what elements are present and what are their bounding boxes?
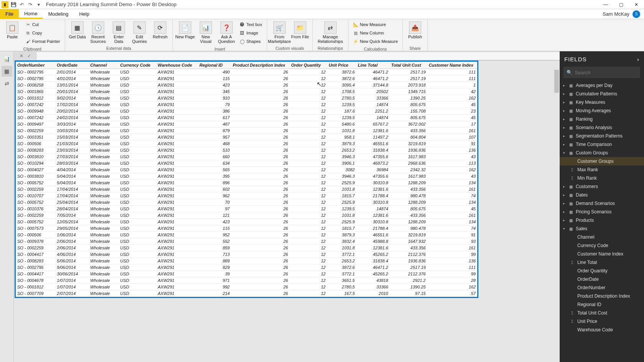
table-cell[interactable]: 12 [290, 88, 327, 95]
table-cell[interactable]: 3906.1 [327, 160, 356, 167]
table-row[interactable]: SO - 00022592/06/2014WholesaleUSDAXW2918… [16, 245, 477, 251]
table-cell[interactable]: 12 [290, 199, 327, 206]
new-page-button[interactable]: 📄New Page [175, 21, 195, 44]
table-cell[interactable]: AXW291 [156, 128, 198, 134]
table-cell[interactable]: 162 [427, 284, 477, 290]
table-cell[interactable]: 17/04/2014 [55, 193, 89, 199]
table-cell[interactable]: 3879.3 [327, 232, 356, 238]
fields-table[interactable]: ▸▦Time Comparison [560, 140, 644, 149]
table-cell[interactable]: 12 [290, 251, 327, 258]
table-cell[interactable]: Wholesale [89, 277, 118, 284]
copy-button[interactable]: ⧉Copy [23, 29, 62, 37]
table-cell[interactable]: 45 [427, 115, 477, 121]
table-cell[interactable]: 28/04/2014 [55, 206, 89, 212]
table-cell[interactable]: USD [119, 225, 156, 232]
table-cell[interactable]: AXW291 [156, 121, 198, 128]
fields-field[interactable]: Channel [560, 233, 644, 241]
table-cell[interactable]: 107 [427, 134, 477, 141]
table-cell[interactable]: USD [119, 115, 156, 121]
table-cell[interactable]: Wholesale [89, 147, 118, 154]
new-visual-button[interactable]: 📊New Visual [196, 21, 216, 44]
table-cell[interactable]: 12 [290, 82, 327, 88]
table-cell[interactable]: 12 [290, 154, 327, 160]
column-header[interactable]: Regional ID [198, 62, 231, 69]
table-cell[interactable]: 26 [231, 160, 289, 167]
table-cell[interactable]: AXW291 [156, 206, 198, 212]
table-cell[interactable]: 161 [427, 212, 477, 219]
table-row[interactable]: SO - 000441730/06/2014WholesaleUSDAXW291… [16, 271, 477, 277]
table-cell[interactable]: 3/03/2014 [55, 121, 89, 128]
table-cell[interactable]: 17/04/2014 [55, 186, 89, 193]
new-column-button[interactable]: ▥New Column [351, 29, 400, 37]
table-row[interactable]: SO - 000225910/03/2014WholesaleUSDAXW291… [16, 128, 477, 134]
table-cell[interactable]: SO - 0003810 [16, 154, 55, 160]
table-cell[interactable]: 26 [231, 108, 289, 115]
chevron-right-icon[interactable]: › [637, 56, 639, 62]
table-cell[interactable]: 121 [198, 212, 231, 219]
table-cell[interactable]: USD [119, 284, 156, 290]
table-cell[interactable]: Wholesale [89, 134, 118, 141]
tab-home[interactable]: Home [19, 9, 43, 19]
table-cell[interactable]: 2112.376 [390, 271, 427, 277]
table-cell[interactable]: USD [119, 277, 156, 284]
table-cell[interactable]: SO - 0002259 [16, 212, 55, 219]
table-cell[interactable]: 2/06/2014 [55, 245, 89, 251]
data-view-button[interactable]: ▦ [2, 66, 12, 77]
table-cell[interactable]: 134 [427, 199, 477, 206]
table-cell[interactable]: 2968.636 [390, 160, 427, 167]
table-cell[interactable]: 46551.6 [356, 141, 390, 147]
table-cell[interactable]: 1 [427, 82, 477, 88]
table-cell[interactable]: 423 [198, 219, 231, 225]
table-cell[interactable]: SO - 0005752 [16, 219, 55, 225]
table-cell[interactable]: 26 [231, 102, 289, 108]
table-cell[interactable]: Wholesale [89, 82, 118, 88]
table-row[interactable]: SO - 00027952/01/2014WholesaleUSDAXW2914… [16, 69, 477, 75]
table-cell[interactable]: SO - 0004417 [16, 251, 55, 258]
table-cell[interactable]: 26 [231, 167, 289, 173]
table-cell[interactable]: AXW291 [156, 277, 198, 284]
table-cell[interactable]: 1288.209 [390, 219, 427, 225]
table-cell[interactable]: USD [119, 102, 156, 108]
cut-button[interactable]: ✂Cut [23, 21, 62, 28]
table-row[interactable]: SO - 000575225/04/2014WholesaleUSDAXW291… [16, 199, 477, 206]
table-cell[interactable]: SO - 0010376 [16, 206, 55, 212]
table-cell[interactable]: 21788.4 [356, 225, 390, 232]
table-cell[interactable]: 12 [290, 69, 327, 75]
column-header[interactable]: OrderDate [55, 62, 89, 69]
fields-table[interactable]: ▾▦Custom Groups [560, 149, 644, 157]
table-row[interactable]: SO - 000575212/05/2014WholesaleUSDAXW291… [16, 219, 477, 225]
table-cell[interactable]: 47355.6 [356, 154, 390, 160]
table-cell[interactable]: 30/06/2014 [55, 271, 89, 277]
table-cell[interactable]: 565 [198, 167, 231, 173]
table-row[interactable]: SO - 00027954/01/2014WholesaleUSDAXW2911… [16, 75, 477, 82]
table-cell[interactable]: 26 [231, 180, 289, 186]
table-cell[interactable]: 26 [231, 199, 289, 206]
table-cell[interactable]: USD [119, 199, 156, 206]
table-cell[interactable]: 1031.8 [327, 245, 356, 251]
table-cell[interactable]: AXW291 [156, 186, 198, 193]
fields-table[interactable]: ▸▦Dates [560, 191, 644, 199]
table-cell[interactable]: 1390.25 [390, 284, 427, 290]
table-cell[interactable]: 12 [290, 75, 327, 82]
table-row[interactable]: SO - 001070717/04/2014WholesaleUSDAXW291… [16, 193, 477, 199]
table-cell[interactable]: USD [119, 238, 156, 245]
table-cell[interactable]: Wholesale [89, 284, 118, 290]
table-cell[interactable]: 79 [198, 102, 231, 108]
table-cell[interactable]: 971 [198, 277, 231, 284]
table-cell[interactable]: Wholesale [89, 121, 118, 128]
table-cell[interactable]: 30310.8 [356, 199, 390, 206]
table-cell[interactable]: AXW291 [156, 251, 198, 258]
table-row[interactable]: SO - 00038105/04/2014WholesaleUSDAXW2913… [16, 173, 477, 180]
table-cell[interactable]: AXW291 [156, 82, 198, 88]
table-cell[interactable]: USD [119, 245, 156, 251]
table-cell[interactable]: 26 [231, 225, 289, 232]
new-measure-button[interactable]: 📐New Measure [351, 21, 400, 28]
table-cell[interactable]: AXW291 [156, 271, 198, 277]
table-cell[interactable]: SO - 0007242 [16, 115, 55, 121]
table-cell[interactable]: 17/02/2014 [55, 102, 89, 108]
table-cell[interactable]: 46551.6 [356, 232, 390, 238]
table-cell[interactable]: USD [119, 258, 156, 264]
table-cell[interactable]: Wholesale [89, 232, 118, 238]
fields-table[interactable]: ▸▦Moving Averages [560, 106, 644, 115]
table-row[interactable]: SO - 000724217/02/2014WholesaleUSDAXW291… [16, 102, 477, 108]
